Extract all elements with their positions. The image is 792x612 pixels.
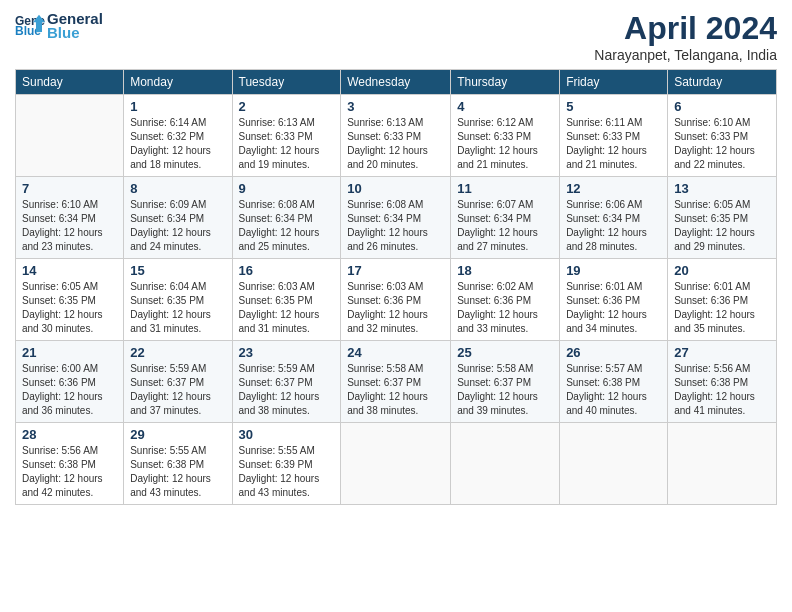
day-number: 14 [22, 263, 117, 278]
calendar-cell: 14Sunrise: 6:05 AM Sunset: 6:35 PM Dayli… [16, 259, 124, 341]
day-number: 19 [566, 263, 661, 278]
calendar-cell: 25Sunrise: 5:58 AM Sunset: 6:37 PM Dayli… [451, 341, 560, 423]
weekday-header-monday: Monday [124, 70, 232, 95]
weekday-header-wednesday: Wednesday [341, 70, 451, 95]
day-info: Sunrise: 6:04 AM Sunset: 6:35 PM Dayligh… [130, 280, 225, 336]
day-info: Sunrise: 5:59 AM Sunset: 6:37 PM Dayligh… [239, 362, 335, 418]
day-number: 28 [22, 427, 117, 442]
day-number: 22 [130, 345, 225, 360]
calendar-cell: 30Sunrise: 5:55 AM Sunset: 6:39 PM Dayli… [232, 423, 341, 505]
calendar-cell: 20Sunrise: 6:01 AM Sunset: 6:36 PM Dayli… [668, 259, 777, 341]
calendar-cell: 1Sunrise: 6:14 AM Sunset: 6:32 PM Daylig… [124, 95, 232, 177]
calendar-cell: 12Sunrise: 6:06 AM Sunset: 6:34 PM Dayli… [560, 177, 668, 259]
calendar-cell: 15Sunrise: 6:04 AM Sunset: 6:35 PM Dayli… [124, 259, 232, 341]
calendar-cell [668, 423, 777, 505]
logo-text: General Blue [47, 10, 103, 41]
calendar-cell: 3Sunrise: 6:13 AM Sunset: 6:33 PM Daylig… [341, 95, 451, 177]
day-info: Sunrise: 5:56 AM Sunset: 6:38 PM Dayligh… [22, 444, 117, 500]
title-section: April 2024 Narayanpet, Telangana, India [594, 10, 777, 63]
day-number: 23 [239, 345, 335, 360]
calendar-cell: 16Sunrise: 6:03 AM Sunset: 6:35 PM Dayli… [232, 259, 341, 341]
calendar-cell: 13Sunrise: 6:05 AM Sunset: 6:35 PM Dayli… [668, 177, 777, 259]
day-number: 18 [457, 263, 553, 278]
day-number: 5 [566, 99, 661, 114]
day-info: Sunrise: 6:13 AM Sunset: 6:33 PM Dayligh… [347, 116, 444, 172]
header: General Blue General Blue April 2024 Nar… [15, 10, 777, 63]
calendar-cell: 23Sunrise: 5:59 AM Sunset: 6:37 PM Dayli… [232, 341, 341, 423]
day-number: 29 [130, 427, 225, 442]
day-info: Sunrise: 6:03 AM Sunset: 6:36 PM Dayligh… [347, 280, 444, 336]
day-number: 12 [566, 181, 661, 196]
calendar-cell: 27Sunrise: 5:56 AM Sunset: 6:38 PM Dayli… [668, 341, 777, 423]
calendar-cell [451, 423, 560, 505]
calendar-cell: 18Sunrise: 6:02 AM Sunset: 6:36 PM Dayli… [451, 259, 560, 341]
calendar-cell: 29Sunrise: 5:55 AM Sunset: 6:38 PM Dayli… [124, 423, 232, 505]
weekday-header-thursday: Thursday [451, 70, 560, 95]
day-number: 30 [239, 427, 335, 442]
day-number: 26 [566, 345, 661, 360]
day-number: 8 [130, 181, 225, 196]
day-info: Sunrise: 5:57 AM Sunset: 6:38 PM Dayligh… [566, 362, 661, 418]
calendar-cell: 4Sunrise: 6:12 AM Sunset: 6:33 PM Daylig… [451, 95, 560, 177]
calendar-cell: 8Sunrise: 6:09 AM Sunset: 6:34 PM Daylig… [124, 177, 232, 259]
calendar-cell: 9Sunrise: 6:08 AM Sunset: 6:34 PM Daylig… [232, 177, 341, 259]
day-info: Sunrise: 6:10 AM Sunset: 6:33 PM Dayligh… [674, 116, 770, 172]
day-number: 27 [674, 345, 770, 360]
day-number: 11 [457, 181, 553, 196]
logo: General Blue General Blue [15, 10, 103, 41]
calendar-cell [16, 95, 124, 177]
day-number: 3 [347, 99, 444, 114]
day-number: 7 [22, 181, 117, 196]
day-info: Sunrise: 6:07 AM Sunset: 6:34 PM Dayligh… [457, 198, 553, 254]
day-info: Sunrise: 5:58 AM Sunset: 6:37 PM Dayligh… [457, 362, 553, 418]
calendar-cell [560, 423, 668, 505]
day-info: Sunrise: 6:01 AM Sunset: 6:36 PM Dayligh… [674, 280, 770, 336]
day-number: 2 [239, 99, 335, 114]
calendar-week-row: 21Sunrise: 6:00 AM Sunset: 6:36 PM Dayli… [16, 341, 777, 423]
calendar-cell: 6Sunrise: 6:10 AM Sunset: 6:33 PM Daylig… [668, 95, 777, 177]
day-info: Sunrise: 6:06 AM Sunset: 6:34 PM Dayligh… [566, 198, 661, 254]
day-info: Sunrise: 6:09 AM Sunset: 6:34 PM Dayligh… [130, 198, 225, 254]
calendar-week-row: 14Sunrise: 6:05 AM Sunset: 6:35 PM Dayli… [16, 259, 777, 341]
day-info: Sunrise: 5:55 AM Sunset: 6:39 PM Dayligh… [239, 444, 335, 500]
day-info: Sunrise: 6:01 AM Sunset: 6:36 PM Dayligh… [566, 280, 661, 336]
month-title: April 2024 [594, 10, 777, 47]
calendar-cell: 7Sunrise: 6:10 AM Sunset: 6:34 PM Daylig… [16, 177, 124, 259]
day-info: Sunrise: 6:02 AM Sunset: 6:36 PM Dayligh… [457, 280, 553, 336]
day-info: Sunrise: 5:59 AM Sunset: 6:37 PM Dayligh… [130, 362, 225, 418]
calendar-cell: 26Sunrise: 5:57 AM Sunset: 6:38 PM Dayli… [560, 341, 668, 423]
calendar-cell: 24Sunrise: 5:58 AM Sunset: 6:37 PM Dayli… [341, 341, 451, 423]
calendar-cell [341, 423, 451, 505]
day-number: 17 [347, 263, 444, 278]
day-info: Sunrise: 6:05 AM Sunset: 6:35 PM Dayligh… [674, 198, 770, 254]
location: Narayanpet, Telangana, India [594, 47, 777, 63]
weekday-header-sunday: Sunday [16, 70, 124, 95]
calendar-cell: 11Sunrise: 6:07 AM Sunset: 6:34 PM Dayli… [451, 177, 560, 259]
day-info: Sunrise: 6:13 AM Sunset: 6:33 PM Dayligh… [239, 116, 335, 172]
day-info: Sunrise: 6:05 AM Sunset: 6:35 PM Dayligh… [22, 280, 117, 336]
calendar-table: SundayMondayTuesdayWednesdayThursdayFrid… [15, 69, 777, 505]
day-number: 6 [674, 99, 770, 114]
calendar-cell: 17Sunrise: 6:03 AM Sunset: 6:36 PM Dayli… [341, 259, 451, 341]
day-info: Sunrise: 6:11 AM Sunset: 6:33 PM Dayligh… [566, 116, 661, 172]
weekday-header-saturday: Saturday [668, 70, 777, 95]
calendar-cell: 21Sunrise: 6:00 AM Sunset: 6:36 PM Dayli… [16, 341, 124, 423]
day-number: 16 [239, 263, 335, 278]
calendar-week-row: 7Sunrise: 6:10 AM Sunset: 6:34 PM Daylig… [16, 177, 777, 259]
day-number: 15 [130, 263, 225, 278]
day-info: Sunrise: 6:14 AM Sunset: 6:32 PM Dayligh… [130, 116, 225, 172]
day-info: Sunrise: 6:10 AM Sunset: 6:34 PM Dayligh… [22, 198, 117, 254]
day-number: 1 [130, 99, 225, 114]
calendar-cell: 19Sunrise: 6:01 AM Sunset: 6:36 PM Dayli… [560, 259, 668, 341]
day-info: Sunrise: 5:58 AM Sunset: 6:37 PM Dayligh… [347, 362, 444, 418]
day-info: Sunrise: 6:00 AM Sunset: 6:36 PM Dayligh… [22, 362, 117, 418]
day-info: Sunrise: 6:08 AM Sunset: 6:34 PM Dayligh… [347, 198, 444, 254]
day-number: 4 [457, 99, 553, 114]
weekday-header-friday: Friday [560, 70, 668, 95]
day-info: Sunrise: 6:03 AM Sunset: 6:35 PM Dayligh… [239, 280, 335, 336]
day-number: 10 [347, 181, 444, 196]
day-number: 25 [457, 345, 553, 360]
calendar-cell: 10Sunrise: 6:08 AM Sunset: 6:34 PM Dayli… [341, 177, 451, 259]
day-info: Sunrise: 6:12 AM Sunset: 6:33 PM Dayligh… [457, 116, 553, 172]
calendar-week-row: 28Sunrise: 5:56 AM Sunset: 6:38 PM Dayli… [16, 423, 777, 505]
